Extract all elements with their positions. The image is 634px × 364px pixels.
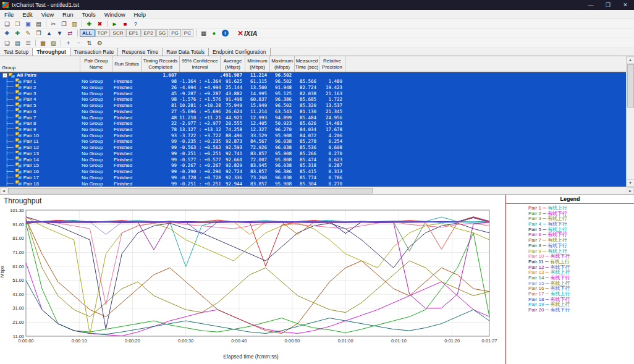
sort-pairs-icon[interactable]: ⇅ [84, 39, 95, 47]
edit-pair-icon[interactable]: ✎ [23, 29, 33, 37]
table-row[interactable]: ├──Pair 2No GroupFinished26-4.994 : +4.9… [0, 84, 626, 90]
new-window-icon[interactable]: ❏ [2, 39, 12, 47]
horizontal-scroll-thumb[interactable] [8, 188, 373, 193]
column-header-run-status[interactable]: Run Status [112, 56, 142, 72]
options-icon[interactable]: ⚙ [95, 39, 105, 47]
filter-button-pg[interactable]: PG [169, 29, 181, 37]
filter-button-ep2[interactable]: EP2 [142, 29, 156, 37]
cut-icon[interactable]: ✂ [48, 20, 59, 28]
stop-test-icon[interactable]: ■ [120, 20, 130, 28]
table-row[interactable]: ├──Pair 18No GroupFinished99-0.251 : +0.… [0, 180, 626, 187]
column-header-maximum-mbps-[interactable]: Maximum(Mbps) [270, 56, 295, 72]
table-row[interactable]: ├──Pair 6No GroupFinished27-5.696 : +5.6… [0, 108, 626, 114]
ungroup-pairs-icon[interactable]: ▨ [48, 39, 59, 47]
vertical-scroll-thumb[interactable] [627, 64, 634, 108]
add-multicast-group-icon[interactable]: ✚ [12, 29, 23, 37]
collapse-all-icon[interactable]: － [74, 39, 84, 47]
tab-throughput[interactable]: Throughput [33, 48, 70, 56]
table-row[interactable]: ├──Pair 11No GroupFinished99-0.235 : +0.… [0, 138, 626, 145]
column-header-pair-group-name[interactable]: Pair GroupName [80, 56, 112, 72]
row-filler [345, 72, 626, 78]
table-row[interactable]: ├──Pair 4No GroupFinished98-1.576 : +1.5… [0, 96, 626, 103]
close-button[interactable]: ✕ [617, 0, 634, 10]
console-icon[interactable]: ▦ [198, 29, 209, 37]
move-down-icon[interactable]: ▼ [54, 29, 65, 37]
table-row[interactable]: ├──Pair 14No GroupFinished99-0.577 : +0.… [0, 156, 626, 163]
scroll-left-icon[interactable]: ◄ [0, 187, 7, 195]
copy-icon[interactable]: ❐ [59, 20, 69, 28]
column-header-timing-records-completed[interactable]: Timing RecordsCompleted [142, 56, 180, 72]
swap-endpoints-icon[interactable]: ⇄ [65, 29, 75, 37]
column-header-minimum-mbps-[interactable]: Minimum(Mbps) [245, 56, 270, 72]
legend-entry: Pair 6 ─ 有线下行 [506, 232, 634, 238]
traffic-status-icon[interactable]: ● [209, 29, 219, 37]
table-row[interactable]: ├──Pair 9No GroupFinished78-13.127 : +13… [0, 127, 626, 133]
scroll-right-icon[interactable]: ► [627, 187, 634, 195]
add-endpoint-pair-icon[interactable]: ✚ [2, 29, 12, 37]
add-pair-icon[interactable]: ✚ [84, 20, 95, 28]
menu-item-help[interactable]: Help [130, 11, 151, 18]
tab-test-setup[interactable]: Test Setup [0, 48, 33, 56]
scroll-up-icon[interactable]: ▲ [627, 56, 634, 64]
scroll-down-icon[interactable]: ▼ [627, 179, 634, 187]
tab-raw-data-totals[interactable]: Raw Data Totals [163, 48, 209, 56]
menu-item-tools[interactable]: Tools [78, 11, 100, 18]
endpoint-view-icon[interactable]: ▤ [12, 39, 23, 47]
tab-endpoint-configuration[interactable]: Endpoint Configuration [209, 48, 270, 56]
duplicate-pair-icon[interactable]: ❐ [33, 29, 44, 37]
table-row[interactable]: ├──Pair 7No GroupFinished48-11.210 : +11… [0, 114, 626, 121]
tab-transaction-rate[interactable]: Transaction Rate [70, 48, 118, 56]
delete-pair-icon[interactable]: ✖ [95, 20, 105, 28]
new-test-icon[interactable]: ❏ [2, 20, 12, 28]
table-row[interactable]: ├──Pair 1No GroupFinished98-1.364 : +1.3… [0, 78, 626, 85]
column-header-relative-precision[interactable]: RelativePrecision [319, 56, 345, 72]
menu-item-view[interactable]: View [37, 11, 58, 18]
save-test-icon[interactable]: ▣ [23, 20, 33, 28]
table-row[interactable]: ├──Pair 16No GroupFinished99-0.290 : +0.… [0, 169, 626, 175]
table-cell: 99 [142, 138, 180, 145]
table-row-all-pairs[interactable]: −All Pairs1,6071,491.98711.21496.502 [0, 72, 626, 78]
print-icon[interactable]: ▤ [33, 20, 44, 28]
table-row[interactable]: ├──Pair 3No GroupFinished45-9.287 : +9.2… [0, 90, 626, 96]
table-row[interactable]: ├──Pair 15No GroupFinished99-0.267 : +0.… [0, 163, 626, 169]
tab-response-time[interactable]: Response Time [118, 48, 163, 56]
table-horizontal-scrollbar[interactable]: ◄ ► [0, 187, 634, 194]
paste-icon[interactable]: ▥ [69, 20, 80, 28]
table-row[interactable]: ├──Pair 13No GroupFinished99-0.251 : +0.… [0, 151, 626, 157]
filter-button-tcp[interactable]: TCP [95, 29, 110, 37]
filter-button-ep1[interactable]: EP1 [126, 29, 140, 37]
filter-button-pc[interactable]: PC [182, 29, 193, 37]
legend-pair-description: 有线下行 [550, 275, 570, 281]
move-up-icon[interactable]: ▲ [44, 29, 54, 37]
column-header-group[interactable]: Group [0, 56, 80, 72]
group-cell: ├──Pair 2 [0, 84, 80, 90]
maximize-button[interactable]: ❐ [599, 0, 617, 10]
table-row[interactable]: ├──Pair 17No GroupFinished99-0.728 : +0.… [0, 174, 626, 180]
table-row[interactable]: ├──Pair 8No GroupFinished22-2.977 : +2.9… [0, 121, 626, 127]
column-header-95-confidence-interval[interactable]: 95% ConfidenceInterval [180, 56, 221, 72]
table-row[interactable]: ├──Pair 12No GroupFinished99-0.563 : +0.… [0, 145, 626, 151]
table-row[interactable]: ├──Pair 5No GroupFinished81-10.281 : +10… [0, 103, 626, 109]
menu-item-edit[interactable]: Edit [18, 11, 36, 18]
table-row[interactable]: ├──Pair 10No GroupFinished93-3.722 : +3.… [0, 132, 626, 138]
run-test-icon[interactable]: ► [109, 20, 120, 28]
table-cell: Finished [112, 84, 142, 90]
group-pairs-icon[interactable]: ▩ [38, 39, 48, 47]
info-icon[interactable]: i [222, 30, 229, 36]
column-header-average-mbps-[interactable]: Average(Mbps) [221, 56, 245, 72]
minimize-button[interactable]: — [582, 0, 599, 10]
open-test-icon[interactable]: ❒ [12, 20, 23, 28]
menu-item-run[interactable]: Run [58, 11, 77, 18]
menu-item-file[interactable]: File [0, 11, 18, 18]
column-header-measured-time-sec-[interactable]: MeasuredTime (sec) [295, 56, 319, 72]
table-cell: -1.364 : +1.364 [180, 78, 221, 85]
help-icon[interactable]: ? [130, 20, 141, 28]
menu-item-window[interactable]: Window [100, 11, 130, 18]
filter-button-all[interactable]: ALL [80, 29, 95, 37]
table-vertical-scrollbar[interactable]: ▲ ▼ [626, 56, 634, 187]
collapse-icon[interactable]: − [2, 73, 7, 78]
filter-button-sg[interactable]: SG [156, 29, 169, 37]
filter-button-scr[interactable]: SCR [111, 29, 126, 37]
expand-all-icon[interactable]: ＋ [63, 39, 74, 47]
pair-list-icon[interactable]: ☰ [23, 39, 33, 47]
